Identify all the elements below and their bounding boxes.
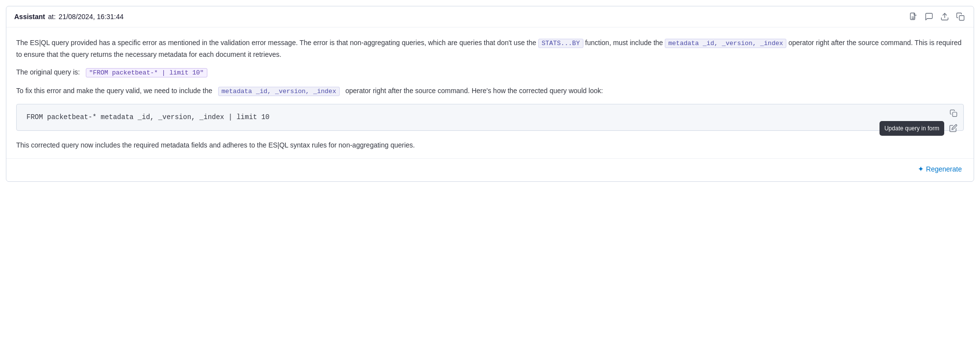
code-block-actions: Update query in form (879, 108, 958, 136)
metadata-code-2: metadata _id, _version, _index (218, 87, 340, 96)
update-query-button[interactable] (948, 123, 958, 133)
chat-icon-button[interactable] (924, 11, 934, 22)
svg-rect-5 (953, 112, 957, 117)
svg-rect-4 (959, 16, 964, 21)
document-icon-button[interactable] (908, 11, 919, 22)
paragraph-1: The ES|QL query provided has a specific … (16, 37, 964, 60)
message-body: The ES|QL query provided has a specific … (6, 27, 974, 158)
timestamp: 21/08/2024, 16:31:44 (59, 13, 124, 21)
para2-prefix: The original query is: (16, 68, 80, 76)
upload-icon (940, 12, 949, 21)
regenerate-button[interactable]: ✦ Regenerate (916, 164, 964, 174)
copy-icon (956, 12, 965, 21)
copy-icon-button[interactable] (955, 11, 966, 22)
para3-suffix: operator right after the source command.… (345, 87, 603, 95)
para3-prefix: To fix this error and make the query val… (16, 87, 212, 95)
stats-by-code: STATS...BY (538, 39, 583, 48)
paragraph-3: To fix this error and make the query val… (16, 85, 964, 97)
paragraph-4: This corrected query now includes the re… (16, 140, 964, 150)
regenerate-row: ✦ Regenerate (6, 158, 974, 181)
update-query-tooltip-wrapper: Update query in form (879, 121, 958, 136)
code-block-text: FROM packetbeat-* metadata _id, _version… (26, 113, 270, 121)
para1b-text: function, must include the (585, 39, 663, 47)
at-label: at: (48, 13, 56, 21)
author-label: Assistant (14, 13, 45, 21)
update-query-tooltip: Update query in form (879, 121, 944, 136)
para1-text: The ES|QL query provided has a specific … (16, 39, 536, 47)
paragraph-2: The original query is: "FROM packetbeat-… (16, 67, 964, 78)
code-copy-icon (950, 109, 957, 117)
document-icon (909, 12, 918, 21)
regenerate-icon: ✦ (918, 165, 924, 173)
original-query-code: "FROM packetbeat-* | limit 10" (86, 68, 207, 77)
chat-icon (925, 12, 933, 21)
upload-icon-button[interactable] (939, 11, 950, 22)
message-header: Assistant at: 21/08/2024, 16:31:44 (6, 6, 974, 27)
regenerate-label: Regenerate (926, 165, 962, 173)
code-copy-button[interactable] (949, 108, 958, 118)
header-icons (908, 11, 966, 22)
update-query-icon (949, 124, 957, 132)
message-header-left: Assistant at: 21/08/2024, 16:31:44 (14, 13, 124, 21)
code-block: FROM packetbeat-* metadata _id, _version… (16, 104, 964, 131)
message-card: Assistant at: 21/08/2024, 16:31:44 (6, 6, 974, 182)
metadata-code-1: metadata _id, _version, _index (665, 39, 786, 48)
